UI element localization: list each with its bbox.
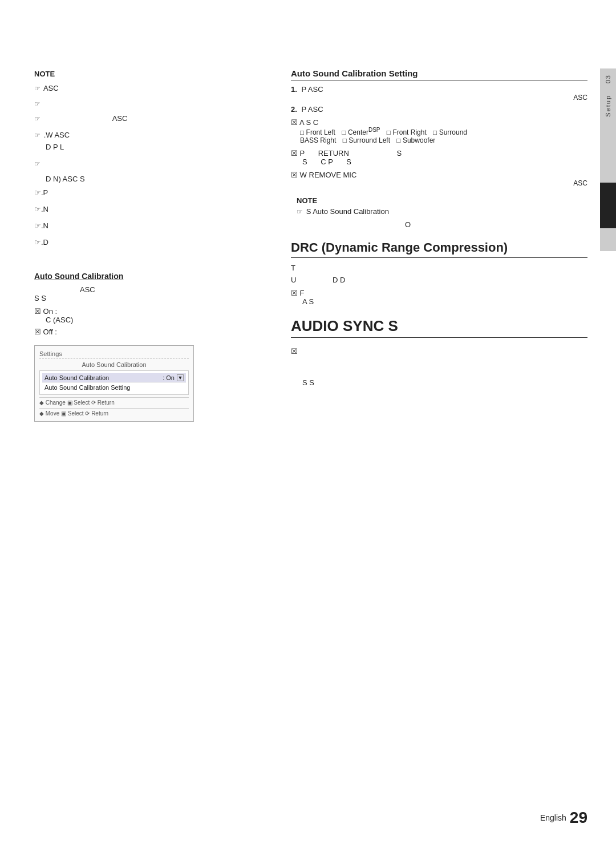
u-label: U: [291, 276, 296, 284]
note-section-top: NOTE ☞ ASC ☞ ☞ ASC ☞ .W ASC D P L: [34, 68, 262, 249]
step-2: 2. P ASC: [291, 105, 587, 114]
page-number: 29: [570, 809, 587, 827]
asc-desc-text: ASC: [80, 285, 95, 294]
on-desc: C (ASC): [46, 316, 262, 324]
right-column: Auto Sound Calibration Setting 1. P ASC …: [291, 68, 587, 387]
asc-setting-section: Auto Sound Calibration Setting 1. P ASC …: [291, 68, 587, 229]
note-icon-5: ☞: [34, 159, 40, 169]
d-n-asc-line: D N) ASC S: [34, 173, 262, 185]
audio-sync-checkbox: ☒: [291, 347, 587, 356]
audio-sync-title: AUDIO SYNC S: [291, 317, 587, 338]
footer-text-2: ◆ Move ▣ Select ⟳ Return: [39, 410, 108, 417]
surround: □ Surround: [433, 128, 467, 136]
menu-item-2-name: Auto Sound Calibration Setting: [44, 384, 130, 391]
checkbox-a: ☒ A S C: [291, 118, 587, 127]
settings-label: Settings: [39, 350, 189, 359]
note-icon-1: ☞: [34, 83, 40, 94]
d-d-text: D D: [333, 276, 345, 284]
checkbox-p: ☒ P RETURN S: [291, 149, 587, 158]
auto-sound-section: Auto Sound Calibration ASC S S ☒ On : C …: [34, 272, 262, 422]
menu-item-1: Auto Sound Calibration : On ▼: [42, 373, 186, 383]
page-footer: English 29: [540, 809, 587, 827]
page-container: 03 Setup NOTE ☞ ASC ☞ ☞ ASC ☞ .W ASC: [0, 0, 616, 844]
speaker-list-2: BASS Right □ Surround Left □ Subwoofer: [300, 136, 587, 144]
menu-item-2: Auto Sound Calibration Setting: [42, 383, 186, 392]
asc-text-1: ASC: [43, 84, 59, 92]
d-n-asc-text: D N) ASC S: [46, 175, 85, 183]
s-text: S Auto Sound Calibration: [306, 207, 389, 216]
drc-section: DRC (Dynamic Range Compression) T U D D …: [291, 240, 587, 306]
footer-bar-2: ◆ Move ▣ Select ⟳ Return: [39, 408, 189, 417]
menu-section: Auto Sound Calibration : On ▼ Auto Sound…: [39, 370, 189, 395]
step1-label: 1.: [291, 85, 297, 94]
step1-sub: ASC: [291, 94, 587, 102]
arrow-button: ▼: [177, 374, 184, 381]
note-icon-2: ☞: [34, 99, 40, 110]
value-text: : On: [163, 374, 175, 381]
asc-desc: ASC: [34, 285, 262, 294]
drc-title: DRC (Dynamic Range Compression): [291, 240, 587, 258]
checkbox-w: ☒ W REMOVE MIC: [291, 171, 587, 179]
on-item: ☒ On : C (ASC): [34, 307, 262, 324]
asc-label-inline: ASC: [112, 114, 128, 123]
t-text: T: [291, 264, 587, 272]
note-label-right: NOTE: [297, 196, 587, 205]
checkbox-a-section: ☒ A S C □ Front Left □ CenterDSP □ Front…: [291, 118, 587, 144]
audio-sync-content: ☒ S S: [291, 347, 587, 387]
note-icon-3: ☞: [34, 114, 40, 124]
off-label: ☒ Off :: [34, 328, 262, 336]
note-label-top: NOTE: [34, 68, 262, 80]
checkbox-w-section: ☒ W REMOVE MIC ASC: [291, 171, 587, 187]
w-asc-line: ☞ .W ASC: [34, 130, 262, 142]
asc-setting-title: Auto Sound Calibration Setting: [291, 68, 587, 80]
screenshot-box: Settings Auto Sound Calibration Auto Sou…: [34, 345, 194, 422]
note-icon-line2: ☞: [34, 98, 262, 110]
s-end: S: [346, 158, 351, 166]
bass-right: BASS Right: [300, 136, 336, 144]
w-asc-text: .W ASC: [44, 131, 70, 139]
auto-sound-title: Auto Sound Calibration: [34, 272, 262, 281]
footer-text-1: ◆ Change ▣ Select ⟳ Return: [39, 399, 115, 406]
footer-bar-1: ◆ Change ▣ Select ⟳ Return: [39, 397, 189, 406]
step2-label: 2.: [291, 105, 297, 114]
section-label: Auto Sound Calibration: [39, 361, 189, 368]
language-label: English: [540, 813, 566, 822]
note-icon-line5: ☞: [34, 158, 262, 170]
dsp-label: DSP: [368, 127, 380, 133]
center-item: □ CenterDSP: [342, 128, 380, 136]
n-label-1: ☞.N: [34, 204, 262, 216]
audio-sync-section: AUDIO SYNC S ☒ S S: [291, 317, 587, 387]
checkbox-f: ☒ F: [291, 289, 587, 297]
front-right: □ Front Right: [387, 128, 427, 136]
step2-text: P ASC: [301, 105, 323, 114]
d-p-l-line: D P L: [46, 142, 262, 154]
a-s-line: A S: [302, 297, 587, 306]
w-asc-section: ☞ .W ASC D P L: [34, 130, 262, 154]
on-label: ☒ On :: [34, 307, 262, 316]
n-label-2: ☞.N: [34, 220, 262, 232]
menu-item-1-name: Auto Sound Calibration: [44, 374, 109, 381]
settings-text: Settings: [39, 350, 62, 357]
surround-left: □ Surround Left: [343, 136, 390, 144]
step-1: 1. P ASC ASC: [291, 85, 587, 102]
o-text: O: [405, 220, 587, 229]
side-tab-black: [600, 183, 616, 228]
left-column: NOTE ☞ ASC ☞ ☞ ASC ☞ .W ASC D P L: [34, 68, 262, 422]
s-label-right: S: [396, 149, 402, 158]
note-icon-line3: ☞ ASC: [34, 113, 262, 125]
c-p-line: S C P S: [302, 158, 587, 166]
subwoofer: □ Subwoofer: [396, 136, 435, 144]
note-sub-section: NOTE ☞ S Auto Sound Calibration: [291, 196, 587, 216]
off-item: ☒ Off :: [34, 328, 262, 336]
checkbox-p-sym: ☒ P: [291, 149, 305, 158]
checkbox-p-section: ☒ P RETURN S S C P S: [291, 149, 587, 166]
step1-text: P ASC: [301, 85, 323, 94]
s-s-line: S S: [34, 294, 262, 302]
chapter-label: Setup: [605, 89, 611, 123]
d-label: ☞.D: [34, 237, 262, 249]
u-label-line: U D D: [291, 276, 587, 284]
menu-item-1-value: : On ▼: [163, 374, 184, 381]
return-label: RETURN: [318, 149, 349, 158]
p-label: ☞.P: [34, 187, 262, 199]
audio-sync-s-s: S S: [302, 378, 587, 387]
